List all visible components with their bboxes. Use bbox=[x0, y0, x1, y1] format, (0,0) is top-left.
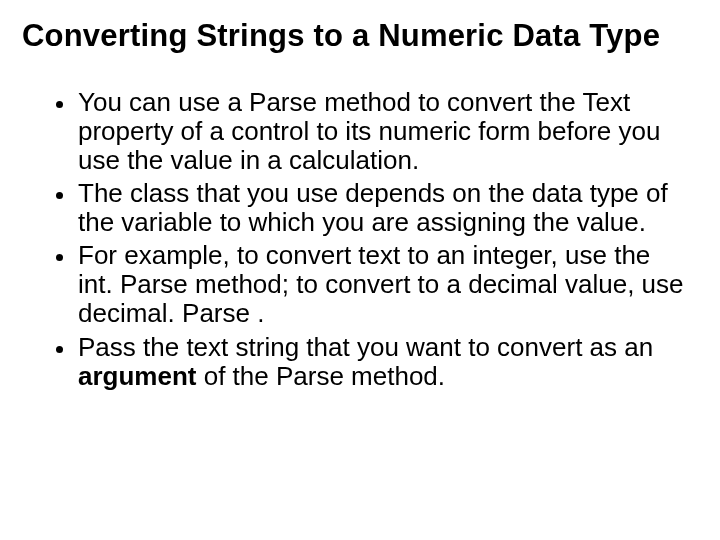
bullet-list: You can use a Parse method to convert th… bbox=[22, 88, 698, 391]
slide-title: Converting Strings to a Numeric Data Typ… bbox=[22, 18, 698, 54]
list-item: You can use a Parse method to convert th… bbox=[76, 88, 688, 175]
slide: Converting Strings to a Numeric Data Typ… bbox=[0, 0, 720, 540]
list-item: The class that you use depends on the da… bbox=[76, 179, 688, 237]
list-item: Pass the text string that you want to co… bbox=[76, 333, 688, 391]
list-item: For example, to convert text to an integ… bbox=[76, 241, 688, 328]
